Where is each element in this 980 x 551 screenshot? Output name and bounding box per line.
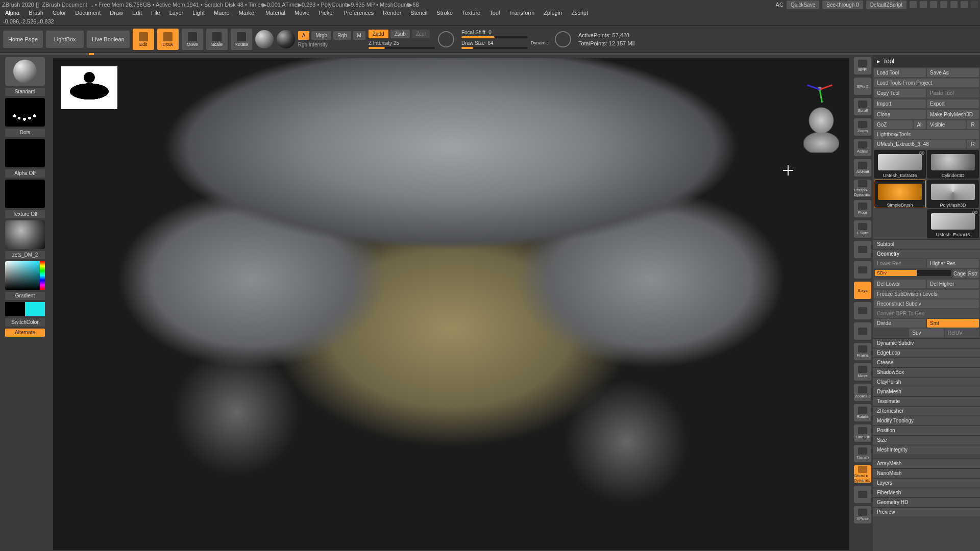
rail-sxyz[interactable]: S.xyz bbox=[854, 282, 871, 299]
close-icon[interactable] bbox=[971, 1, 978, 8]
rail-xpose[interactable]: XPose bbox=[854, 506, 871, 523]
gyro-sphere-dark[interactable] bbox=[277, 30, 295, 48]
save-as-button[interactable]: Save As bbox=[927, 68, 979, 77]
lightbox-tools-button[interactable]: Lightbox▸Tools bbox=[874, 130, 979, 139]
home-page-button[interactable]: Home Page bbox=[3, 31, 43, 48]
acc-geometryhd[interactable]: Geometry HD bbox=[873, 497, 980, 507]
menu-tool[interactable]: Tool bbox=[486, 9, 503, 16]
thumb-umesh2[interactable]: 80UMesh_Extract6 bbox=[927, 209, 979, 238]
camera-head-icon[interactable] bbox=[803, 107, 839, 153]
rstr-button[interactable]: Rstr bbox=[967, 269, 979, 278]
dynamic-brush-icon[interactable] bbox=[555, 31, 571, 47]
menu-file[interactable]: File bbox=[148, 9, 163, 16]
menu-stroke[interactable]: Stroke bbox=[433, 9, 456, 16]
rail-scroll[interactable]: Scroll bbox=[854, 98, 871, 115]
geometry-header[interactable]: Geometry bbox=[873, 249, 980, 258]
convert-bpr-button[interactable]: Convert BPR To Geo bbox=[874, 309, 979, 318]
switch-color-button[interactable]: SwitchColor bbox=[5, 318, 45, 327]
rail-actual[interactable]: Actual bbox=[854, 139, 871, 156]
make-polymesh3d-button[interactable]: Make PolyMesh3D bbox=[927, 110, 979, 119]
collapse-icon[interactable]: ▸ bbox=[877, 58, 880, 65]
rail-floor[interactable]: Floor bbox=[854, 200, 871, 217]
menu-movie[interactable]: Movie bbox=[291, 9, 312, 16]
menu-preferences[interactable]: Preferences bbox=[340, 9, 377, 16]
quicksave-button[interactable]: QuickSave bbox=[787, 1, 819, 9]
del-higher-button[interactable]: Del Higher bbox=[927, 280, 979, 288]
acc-dynamic-subdiv[interactable]: Dynamic Subdiv bbox=[873, 338, 980, 347]
seethrough-slider[interactable]: See-through 0 bbox=[822, 1, 863, 9]
copy-tool-button[interactable]: Copy Tool bbox=[874, 89, 926, 97]
rail-spix[interactable]: SPix 3 bbox=[854, 78, 871, 95]
draw-mode-button[interactable]: Draw bbox=[157, 29, 179, 50]
rail-aahalf[interactable]: AAHalf bbox=[854, 159, 871, 177]
menu-texture[interactable]: Texture bbox=[459, 9, 483, 16]
menu-stencil[interactable]: Stencil bbox=[407, 9, 430, 16]
menu-zscript[interactable]: Zscript bbox=[568, 9, 591, 16]
acc-meshintegrity[interactable]: MeshIntegrity bbox=[873, 445, 980, 454]
menu-document[interactable]: Document bbox=[72, 9, 104, 16]
active-tool-r[interactable]: R bbox=[967, 140, 979, 148]
move-mode-button[interactable]: Move bbox=[182, 29, 203, 50]
acc-layers[interactable]: Layers bbox=[873, 478, 980, 487]
m-toggle[interactable]: M bbox=[353, 31, 365, 40]
rail-move[interactable]: Move bbox=[854, 363, 871, 381]
menu-zplugin[interactable]: Zplugin bbox=[541, 9, 565, 16]
rail-spacer4[interactable] bbox=[854, 322, 871, 340]
clone-button[interactable]: Clone bbox=[874, 110, 926, 119]
rail-rotate[interactable]: Rotate bbox=[854, 404, 871, 421]
a-toggle[interactable]: A bbox=[298, 31, 310, 40]
higher-res-button[interactable]: Higher Res bbox=[927, 259, 979, 268]
acc-claypolish[interactable]: ClayPolish bbox=[873, 377, 980, 386]
rail-ghost[interactable]: Ghost ▸ Dynamic bbox=[854, 465, 871, 483]
minimize-icon[interactable] bbox=[940, 1, 947, 8]
menu-picker[interactable]: Picker bbox=[315, 9, 337, 16]
menu-light[interactable]: Light bbox=[189, 9, 208, 16]
rail-zoom[interactable]: Zoom bbox=[854, 118, 871, 136]
thumb-umesh[interactable]: 80UMesh_Extract6 bbox=[874, 150, 926, 179]
acc-modify-topology[interactable]: Modify Topology bbox=[873, 416, 980, 425]
rotate-mode-button[interactable]: Rotate bbox=[231, 29, 252, 50]
menu-color[interactable]: Color bbox=[50, 9, 69, 16]
alternate-button[interactable]: Alternate bbox=[5, 329, 45, 337]
draw-size-slider[interactable]: Draw Size64 bbox=[461, 40, 528, 49]
acc-position[interactable]: Position bbox=[873, 425, 980, 435]
texture-swatch[interactable] bbox=[5, 180, 45, 208]
rail-spacer2[interactable] bbox=[854, 261, 871, 279]
import-button[interactable]: Import bbox=[874, 99, 926, 108]
acc-crease[interactable]: Crease bbox=[873, 358, 980, 367]
acc-edgeloop[interactable]: EdgeLoop bbox=[873, 348, 980, 357]
smt-toggle[interactable]: Smt bbox=[927, 319, 979, 328]
tool-panel-header[interactable]: ▸ Tool bbox=[873, 55, 980, 67]
viewport[interactable] bbox=[53, 58, 849, 550]
rail-transp[interactable]: Transp bbox=[854, 445, 871, 462]
rail-frame[interactable]: Frame bbox=[854, 343, 871, 360]
rail-linefill[interactable]: Line Fill bbox=[854, 424, 871, 442]
restore-icon[interactable] bbox=[950, 1, 958, 8]
alpha-swatch[interactable] bbox=[5, 139, 45, 167]
layout-icon[interactable] bbox=[920, 1, 927, 8]
rail-spacer3[interactable] bbox=[854, 302, 871, 319]
live-boolean-button[interactable]: Live Boolean bbox=[87, 31, 130, 48]
mrgb-toggle[interactable]: Mrgb bbox=[311, 31, 331, 40]
acc-preview[interactable]: Preview bbox=[873, 507, 980, 516]
zadd-toggle[interactable]: Zadd bbox=[369, 30, 388, 38]
stroke-swatch[interactable] bbox=[5, 98, 45, 127]
menu-marker[interactable]: Marker bbox=[236, 9, 259, 16]
goz-r-button[interactable]: R bbox=[967, 120, 979, 129]
acc-tessimate[interactable]: Tessimate bbox=[873, 396, 980, 406]
divide-button[interactable]: Divide bbox=[874, 319, 926, 328]
z-intensity-slider[interactable]: Z Intensity 25 bbox=[369, 40, 435, 49]
acc-zremesher[interactable]: ZRemesher bbox=[873, 406, 980, 415]
menu-edit[interactable]: Edit bbox=[129, 9, 145, 16]
menu-alpha[interactable]: Alpha bbox=[2, 9, 22, 16]
dynamic-label[interactable]: Dynamic bbox=[531, 40, 549, 45]
thumb-polymesh3d[interactable]: PolyMesh3D bbox=[927, 180, 979, 208]
del-lower-button[interactable]: Del Lower bbox=[874, 280, 926, 288]
suv-toggle[interactable]: Suv bbox=[909, 329, 943, 337]
acc-nanomesh[interactable]: NanoMesh bbox=[873, 468, 980, 478]
lightbox-button[interactable]: LightBox bbox=[46, 31, 84, 48]
acc-size[interactable]: Size bbox=[873, 435, 980, 444]
zsub-toggle[interactable]: Zsub bbox=[390, 30, 410, 38]
paste-tool-button[interactable]: Paste Tool bbox=[927, 89, 979, 97]
primary-color[interactable] bbox=[25, 302, 45, 316]
